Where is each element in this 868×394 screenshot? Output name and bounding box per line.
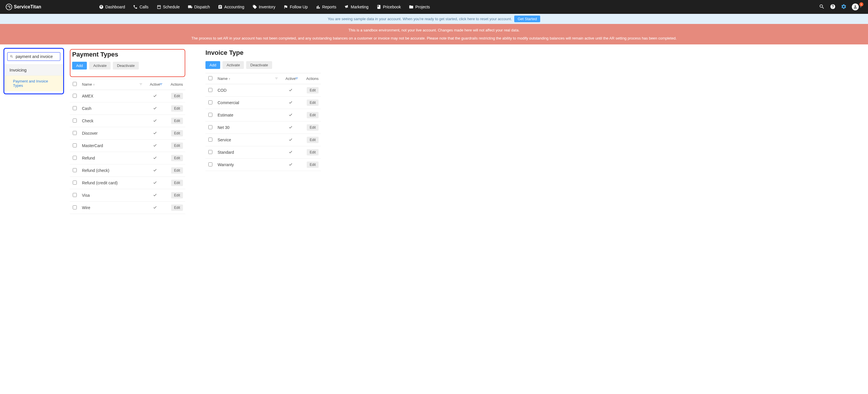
edit-button[interactable]: Edit bbox=[171, 167, 183, 174]
table-row: WireEdit bbox=[70, 202, 185, 214]
select-all-checkbox[interactable] bbox=[73, 82, 77, 86]
search-icon[interactable] bbox=[819, 4, 825, 10]
edit-button[interactable]: Edit bbox=[307, 124, 318, 131]
sidebar-item-payment-invoice-types[interactable]: Payment and Invoice Types bbox=[4, 75, 63, 91]
row-name: Refund (credit card) bbox=[80, 177, 145, 189]
nav-dispatch[interactable]: Dispatch bbox=[188, 5, 210, 9]
active-filter-icon[interactable] bbox=[159, 83, 163, 86]
sidebar-section-invoicing[interactable]: Invoicing bbox=[4, 64, 63, 75]
name-header[interactable]: Name↑ bbox=[80, 79, 145, 90]
active-header[interactable]: Active bbox=[280, 73, 301, 84]
check-icon bbox=[288, 113, 292, 118]
check-icon bbox=[153, 193, 157, 198]
edit-button[interactable]: Edit bbox=[307, 137, 318, 143]
deactivate-button[interactable]: Deactivate bbox=[113, 62, 138, 69]
select-all-checkbox[interactable] bbox=[208, 76, 212, 80]
row-active bbox=[280, 84, 301, 97]
row-active bbox=[145, 152, 165, 164]
row-checkbox[interactable] bbox=[73, 180, 77, 185]
row-checkbox[interactable] bbox=[73, 168, 77, 172]
activate-button[interactable]: Activate bbox=[222, 61, 244, 69]
nav-marketing[interactable]: Marketing bbox=[345, 5, 369, 9]
edit-button[interactable]: Edit bbox=[171, 155, 183, 161]
add-button[interactable]: Add bbox=[206, 61, 220, 69]
row-name: Warranty bbox=[215, 159, 280, 171]
activate-button[interactable]: Activate bbox=[89, 62, 111, 69]
row-checkbox[interactable] bbox=[208, 113, 212, 117]
get-started-button[interactable]: Get Started bbox=[514, 15, 540, 22]
nav-follow-up[interactable]: Follow Up bbox=[283, 5, 308, 9]
row-checkbox[interactable] bbox=[208, 100, 212, 104]
row-active bbox=[280, 159, 301, 171]
book-icon bbox=[377, 5, 381, 9]
edit-button[interactable]: Edit bbox=[307, 87, 318, 94]
name-filter-icon[interactable] bbox=[275, 77, 278, 80]
invoice-type-table: Name↑ Active Actions CODEditCommercialEd… bbox=[206, 73, 321, 171]
nav-accounting[interactable]: Accounting bbox=[218, 5, 244, 9]
edit-button[interactable]: Edit bbox=[171, 180, 183, 186]
row-checkbox[interactable] bbox=[73, 205, 77, 209]
row-checkbox[interactable] bbox=[208, 138, 212, 142]
row-checkbox[interactable] bbox=[73, 106, 77, 110]
edit-button[interactable]: Edit bbox=[307, 149, 318, 156]
payment-types-buttons: Add Activate Deactivate bbox=[72, 62, 183, 69]
brand-logo[interactable]: ServiceTitan bbox=[6, 4, 41, 10]
row-checkbox[interactable] bbox=[208, 150, 212, 154]
folder-icon bbox=[409, 5, 413, 9]
help-icon[interactable] bbox=[830, 4, 836, 10]
row-checkbox[interactable] bbox=[208, 88, 212, 92]
row-checkbox[interactable] bbox=[73, 193, 77, 197]
calendar-icon bbox=[157, 5, 161, 9]
row-checkbox[interactable] bbox=[73, 131, 77, 135]
settings-icon[interactable] bbox=[841, 4, 847, 10]
profile-menu[interactable]: 1 bbox=[852, 3, 862, 10]
edit-button[interactable]: Edit bbox=[307, 99, 318, 106]
bar-icon bbox=[316, 5, 320, 9]
payment-types-panel: Payment Types Add Activate Deactivate Na… bbox=[70, 49, 185, 214]
name-filter-icon[interactable] bbox=[139, 83, 143, 86]
nav-calls[interactable]: Calls bbox=[133, 5, 148, 9]
check-icon bbox=[153, 181, 157, 186]
edit-button[interactable]: Edit bbox=[171, 130, 183, 136]
row-checkbox[interactable] bbox=[73, 143, 77, 147]
row-checkbox[interactable] bbox=[73, 94, 77, 98]
invoice-type-panel: Invoice Type Add Activate Deactivate Nam… bbox=[206, 49, 321, 171]
check-icon bbox=[288, 88, 292, 93]
nav-pricebook[interactable]: Pricebook bbox=[377, 5, 401, 9]
row-name: Discover bbox=[80, 127, 145, 140]
edit-button[interactable]: Edit bbox=[171, 93, 183, 99]
row-name: Commercial bbox=[215, 97, 280, 109]
check-icon bbox=[153, 131, 157, 136]
row-checkbox[interactable] bbox=[208, 125, 212, 129]
nav-dashboard[interactable]: Dashboard bbox=[99, 5, 125, 9]
content-area: Payment Types Add Activate Deactivate Na… bbox=[70, 48, 865, 214]
active-header[interactable]: Active bbox=[145, 79, 165, 90]
row-active bbox=[280, 134, 301, 146]
active-filter-icon[interactable] bbox=[295, 77, 299, 80]
deactivate-button[interactable]: Deactivate bbox=[246, 61, 272, 69]
edit-button[interactable]: Edit bbox=[307, 162, 318, 168]
nav-reports[interactable]: Reports bbox=[316, 5, 336, 9]
edit-button[interactable]: Edit bbox=[171, 192, 183, 198]
sidebar-search[interactable] bbox=[7, 52, 60, 61]
edit-button[interactable]: Edit bbox=[171, 142, 183, 149]
sandbox-line2: The process to set AR in your account ha… bbox=[17, 35, 851, 41]
nav-projects[interactable]: Projects bbox=[409, 5, 430, 9]
row-checkbox[interactable] bbox=[73, 119, 77, 123]
row-active bbox=[280, 146, 301, 159]
nav-schedule[interactable]: Schedule bbox=[157, 5, 180, 9]
check-icon bbox=[288, 138, 292, 142]
edit-button[interactable]: Edit bbox=[171, 204, 183, 211]
row-checkbox[interactable] bbox=[73, 156, 77, 160]
edit-button[interactable]: Edit bbox=[307, 112, 318, 118]
edit-button[interactable]: Edit bbox=[171, 118, 183, 124]
sample-data-banner: You are seeing sample data in your accou… bbox=[0, 14, 868, 24]
name-header[interactable]: Name↑ bbox=[215, 73, 280, 84]
sidebar-search-input[interactable] bbox=[16, 54, 58, 59]
row-active bbox=[145, 90, 165, 102]
add-button[interactable]: Add bbox=[72, 62, 87, 69]
row-name: Check bbox=[80, 115, 145, 127]
nav-inventory[interactable]: Inventory bbox=[252, 5, 276, 9]
row-checkbox[interactable] bbox=[208, 162, 212, 166]
edit-button[interactable]: Edit bbox=[171, 105, 183, 111]
